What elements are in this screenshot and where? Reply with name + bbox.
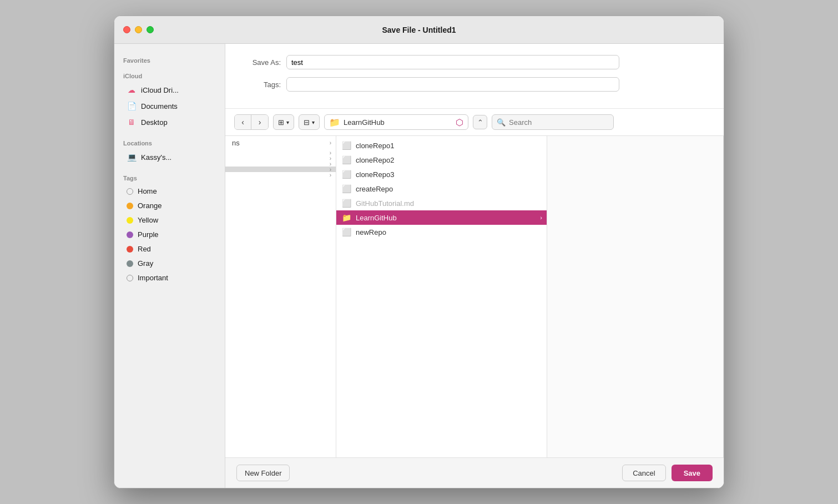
documents-icon: 📄	[127, 101, 137, 111]
traffic-lights	[123, 26, 154, 33]
column-view-button[interactable]: ⊞ ▾	[273, 114, 294, 130]
tag-dot-purple	[127, 231, 133, 238]
tag-dot-important	[127, 275, 133, 281]
search-input[interactable]	[509, 118, 609, 127]
tag-orange-label: Orange	[138, 201, 161, 210]
file-name-cloneRepo1: cloneRepo1	[356, 142, 394, 150]
toolbar: ‹ › ⊞ ▾ ⊟ ▾ 📁 LearnGitHub ⬡ ⌃	[225, 109, 724, 136]
back-button[interactable]: ‹	[235, 115, 251, 129]
sidebar-item-tag-important[interactable]: Important	[118, 271, 221, 285]
tag-red-label: Red	[138, 245, 151, 253]
file-name-LearnGitHub: LearnGitHub	[356, 214, 397, 222]
left-item-3[interactable]: ›	[225, 161, 336, 167]
sidebar-item-tag-orange[interactable]: Orange	[118, 199, 221, 213]
tag-dot-red	[127, 246, 133, 253]
sidebar-item-tag-purple[interactable]: Purple	[118, 228, 221, 241]
file-item-LearnGitHub[interactable]: 📁 LearnGitHub ›	[336, 210, 547, 225]
search-icon: 🔍	[497, 118, 506, 127]
window-title: Save File - Untitled1	[382, 26, 456, 34]
tag-gray-label: Gray	[138, 259, 153, 268]
location-spinner-icon: ⬡	[456, 117, 463, 128]
desktop-label: Desktop	[141, 118, 168, 127]
maximize-button[interactable]	[147, 26, 154, 33]
left-item-0[interactable]: ns ›	[225, 136, 336, 150]
save-as-label: Save As:	[242, 58, 281, 67]
sidebar-item-computer[interactable]: 💻 Kassy's...	[118, 149, 221, 165]
save-dialog: Save File - Untitled1 Favorites iCloud ☁…	[114, 16, 724, 488]
tags-input[interactable]	[286, 77, 619, 92]
file-icon-GitHubTutorial: ⬜	[342, 199, 351, 208]
tag-yellow-label: Yellow	[138, 216, 158, 224]
sidebar-item-tag-yellow[interactable]: Yellow	[118, 213, 221, 227]
cancel-button[interactable]: Cancel	[622, 465, 665, 481]
file-name-createRepo: createRepo	[356, 185, 393, 193]
content-area: Favorites iCloud ☁ iCloud Dri... 📄 Docum…	[114, 44, 724, 488]
sidebar-item-documents[interactable]: 📄 Documents	[118, 98, 221, 114]
search-bar[interactable]: 🔍	[492, 114, 614, 130]
file-item-newRepo[interactable]: ⬜ newRepo	[336, 225, 547, 239]
right-file-column	[547, 136, 724, 457]
title-bar: Save File - Untitled1	[114, 16, 724, 44]
desktop-icon: 🖥	[127, 117, 137, 127]
file-icon-cloneRepo1: ⬜	[342, 141, 351, 150]
location-expand-button[interactable]: ⌃	[473, 115, 487, 129]
main-panel: Save As: Tags: ‹ › ⊞ ▾ ⊟	[225, 44, 724, 488]
file-item-cloneRepo2[interactable]: ⬜ cloneRepo2	[336, 153, 547, 167]
left-item-0-label: ns	[232, 139, 240, 147]
file-item-cloneRepo3[interactable]: ⬜ cloneRepo3	[336, 167, 547, 182]
location-selector[interactable]: 📁 LearnGitHub ⬡	[324, 114, 468, 130]
favorites-section-label: Favorites	[114, 53, 225, 66]
file-item-GitHubTutorial[interactable]: ⬜ GitHubTutorial.md	[336, 196, 547, 210]
save-as-row: Save As:	[242, 55, 707, 69]
sidebar-item-tag-gray[interactable]: Gray	[118, 256, 221, 270]
file-icon-newRepo: ⬜	[342, 228, 351, 236]
sidebar-item-tag-red[interactable]: Red	[118, 242, 221, 256]
left-item-1[interactable]: ›	[225, 150, 336, 155]
minimize-button[interactable]	[135, 26, 142, 33]
locations-section-label: Locations	[114, 135, 225, 149]
grid-view-chevron: ▾	[312, 119, 315, 125]
left-item-2[interactable]: ›	[225, 155, 336, 161]
sidebar: Favorites iCloud ☁ iCloud Dri... 📄 Docum…	[114, 44, 225, 488]
file-icon-cloneRepo2: ⬜	[342, 155, 351, 164]
file-icon-LearnGitHub: 📁	[342, 213, 351, 222]
tags-section-label: Tags	[114, 170, 225, 184]
file-item-cloneRepo1[interactable]: ⬜ cloneRepo1	[336, 138, 547, 153]
left-item-0-chevron: ›	[330, 140, 331, 146]
chevron-up-icon: ⌃	[477, 118, 483, 127]
grid-view-icon: ⊟	[304, 118, 310, 127]
icloud-drive-icon: ☁	[127, 85, 137, 95]
file-browser: ns › › › › › ›	[225, 136, 724, 457]
sidebar-item-icloud-drive[interactable]: ☁ iCloud Dri...	[118, 82, 221, 98]
location-folder-icon: 📁	[329, 117, 340, 128]
tag-dot-yellow	[127, 217, 133, 224]
sidebar-item-desktop[interactable]: 🖥 Desktop	[118, 114, 221, 130]
grid-view-button[interactable]: ⊟ ▾	[299, 114, 320, 130]
left-item-5[interactable]: ›	[225, 172, 336, 178]
file-icon-createRepo: ⬜	[342, 184, 351, 193]
file-name-newRepo: newRepo	[356, 228, 386, 236]
forward-button[interactable]: ›	[251, 115, 268, 129]
left-item-4[interactable]: ›	[225, 167, 336, 172]
file-name-GitHubTutorial: GitHubTutorial.md	[356, 199, 414, 208]
save-button[interactable]: Save	[672, 465, 713, 481]
file-icon-cloneRepo3: ⬜	[342, 170, 351, 179]
file-item-createRepo[interactable]: ⬜ createRepo	[336, 182, 547, 196]
main-file-column: ⬜ cloneRepo1 ⬜ cloneRepo2 ⬜ cloneRepo3	[336, 136, 547, 457]
left-item-5-chevron: ›	[330, 172, 331, 178]
file-name-cloneRepo3: cloneRepo3	[356, 170, 394, 179]
file-name-cloneRepo2: cloneRepo2	[356, 156, 394, 164]
icloud-drive-label: iCloud Dri...	[141, 86, 179, 94]
sidebar-item-tag-home[interactable]: Home	[118, 184, 221, 198]
icloud-section-label: iCloud	[114, 68, 225, 82]
new-folder-button[interactable]: New Folder	[236, 465, 290, 481]
tag-dot-orange	[127, 203, 133, 209]
nav-button-group: ‹ ›	[234, 114, 269, 130]
close-button[interactable]	[123, 26, 130, 33]
save-as-input[interactable]	[286, 55, 619, 69]
tag-purple-label: Purple	[138, 230, 159, 239]
computer-label: Kassy's...	[141, 153, 171, 162]
documents-label: Documents	[141, 102, 178, 110]
computer-icon: 💻	[127, 152, 137, 162]
tags-label: Tags:	[242, 80, 281, 89]
